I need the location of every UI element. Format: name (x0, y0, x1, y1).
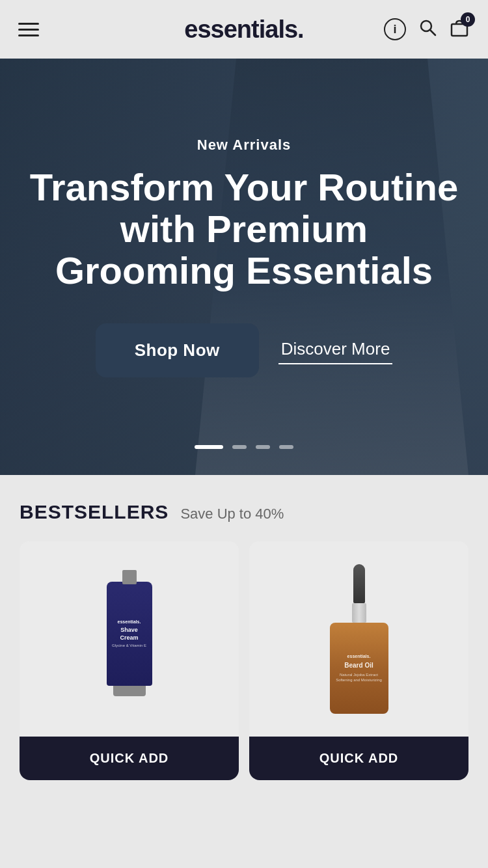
section-header: BESTSELLERS Save Up to 40% (20, 501, 468, 523)
shop-now-button[interactable]: Shop Now (96, 323, 259, 377)
cart-button[interactable]: 0 (449, 18, 470, 41)
carousel-dot-4[interactable] (279, 445, 293, 449)
product-image-shave-cream: essentials. ShaveCream Glycine & Vitamin… (20, 541, 239, 737)
quick-add-beard-oil[interactable]: QUICK ADD (249, 737, 468, 780)
quick-add-shave-cream[interactable]: QUICK ADD (20, 737, 239, 780)
menu-button[interactable] (18, 23, 39, 36)
shave-cream-visual: essentials. ShaveCream Glycine & Vitamin… (107, 582, 152, 696)
bottle-body: essentials. Beard Oil Natural Jojoba Ext… (330, 623, 388, 714)
info-button[interactable]: i (384, 18, 406, 40)
hero-banner: New Arrivals Transform Your Routine with… (0, 59, 488, 475)
header-right: i 0 (384, 18, 470, 42)
hero-content: New Arrivals Transform Your Routine with… (0, 59, 488, 377)
carousel-dots (195, 445, 293, 449)
section-title: BESTSELLERS (20, 501, 169, 523)
shave-tube-base (113, 686, 146, 696)
cart-count: 0 (461, 12, 475, 27)
carousel-dot-1[interactable] (195, 445, 223, 449)
discover-more-button[interactable]: Discover More (278, 336, 393, 364)
section-subtitle: Save Up to 40% (180, 506, 284, 522)
logo: essentials. (184, 16, 303, 43)
search-button[interactable] (418, 18, 437, 42)
product-card-beard-oil: essentials. Beard Oil Natural Jojoba Ext… (249, 541, 468, 780)
shave-tube: essentials. ShaveCream Glycine & Vitamin… (107, 582, 152, 686)
header-center: essentials. (184, 16, 303, 44)
header: essentials. i 0 (0, 0, 488, 59)
shave-tube-label: essentials. ShaveCream Glycine & Vitamin… (108, 619, 150, 649)
product-image-beard-oil: essentials. Beard Oil Natural Jojoba Ext… (249, 541, 468, 737)
beard-oil-visual: essentials. Beard Oil Natural Jojoba Ext… (330, 564, 388, 714)
hero-buttons: Shop Now Discover More (26, 323, 462, 377)
product-card-shave-cream: essentials. ShaveCream Glycine & Vitamin… (20, 541, 239, 780)
bestsellers-section: BESTSELLERS Save Up to 40% essentials. S… (0, 475, 488, 800)
svg-line-1 (430, 30, 435, 35)
carousel-dot-2[interactable] (232, 445, 247, 449)
hero-subtitle: New Arrivals (26, 137, 462, 154)
bottle-neck (352, 603, 366, 623)
dropper-cap (353, 564, 365, 603)
hero-title: Transform Your Routine with Premium Groo… (26, 167, 462, 291)
product-grid: essentials. ShaveCream Glycine & Vitamin… (20, 541, 468, 780)
carousel-dot-3[interactable] (256, 445, 270, 449)
bottle-label: essentials. Beard Oil Natural Jojoba Ext… (331, 653, 387, 683)
header-left (18, 23, 39, 36)
